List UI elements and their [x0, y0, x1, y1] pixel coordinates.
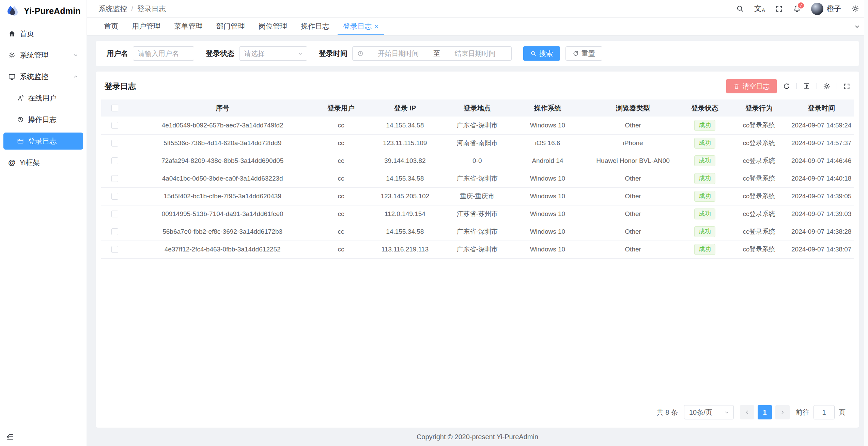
reset-button[interactable]: 重置: [565, 46, 602, 61]
page-suffix: 页: [839, 408, 846, 417]
login-log-card: 登录日志 清空日志: [96, 72, 859, 428]
collapse-sidebar-icon[interactable]: [6, 433, 14, 441]
sidebar-item-yi-framework[interactable]: @ Yi框架: [3, 154, 83, 171]
table-cell: 2024-09-07 14:59:24: [789, 117, 854, 134]
search-icon[interactable]: [736, 5, 744, 13]
scrollbar[interactable]: [864, 0, 868, 446]
column-header: 登录用户: [316, 99, 366, 117]
refresh-icon[interactable]: [783, 82, 790, 90]
row-checkbox[interactable]: [111, 175, 118, 182]
table-row: 15d5f402-bc1b-cfbe-7f95-3a14dd620439cc12…: [101, 187, 854, 205]
table-cell: Windows 10: [510, 170, 585, 187]
tab-label: 部门管理: [216, 21, 245, 31]
row-checkbox[interactable]: [111, 193, 118, 200]
search-icon: [530, 50, 537, 57]
status-badge: 成功: [694, 226, 715, 237]
page-number-button[interactable]: 1: [758, 405, 772, 419]
sidebar-item-login-log[interactable]: 登录日志: [3, 133, 83, 150]
column-header: 浏览器类型: [585, 99, 681, 117]
fullscreen-icon[interactable]: [775, 5, 783, 13]
tab-close-icon[interactable]: ×: [374, 23, 378, 30]
density-icon[interactable]: [803, 82, 810, 90]
monitor-icon: [8, 73, 16, 80]
prev-page-button[interactable]: [740, 405, 754, 419]
table-cell: Android 14: [510, 152, 585, 170]
bell-icon[interactable]: 7: [793, 5, 801, 13]
table-cell: 成功: [681, 117, 729, 134]
table-cell: Other: [585, 223, 681, 241]
translate-icon[interactable]: 文A: [754, 5, 765, 13]
topbar-actions: 文A 7 橙子: [736, 3, 859, 15]
gear-icon: [8, 51, 16, 59]
login-status-select[interactable]: 请选择: [239, 46, 307, 61]
sidebar-item-system-management[interactable]: 系统管理: [3, 47, 83, 64]
select-all-checkbox[interactable]: [111, 105, 118, 111]
history-icon: [17, 116, 24, 123]
column-header: 登录行为: [729, 99, 789, 117]
status-badge: 成功: [694, 209, 715, 219]
notification-badge: 7: [797, 2, 805, 9]
clear-log-button[interactable]: 清空日志: [726, 79, 777, 93]
content: 用户名 请输入用户名 登录状态 请选择 登录时间: [87, 35, 868, 446]
logo-row[interactable]: Yi-PureAdmin: [0, 0, 87, 22]
tab-post-management[interactable]: 岗位管理: [253, 18, 293, 35]
row-checkbox[interactable]: [111, 157, 118, 164]
settings-icon[interactable]: [851, 5, 859, 13]
table-cell: 4a04c1bc-0d50-3bde-ca0f-3a14dd63223d: [128, 170, 316, 187]
goto-page-input[interactable]: 1: [813, 405, 835, 419]
avatar: [811, 3, 823, 15]
tab-menu-management[interactable]: 菜单管理: [169, 18, 208, 35]
login-time-range-picker[interactable]: 开始日期时间 至 结束日期时间: [352, 46, 512, 61]
table-cell: 2024-09-07 14:39:05: [789, 187, 854, 205]
column-header: 操作系统: [510, 99, 585, 117]
next-page-button[interactable]: [775, 405, 790, 419]
row-checkbox[interactable]: [111, 140, 118, 147]
table-row: 5ff5536c-738b-4d14-620a-3a14dd72fdd9cc12…: [101, 134, 854, 152]
column-settings-icon[interactable]: [823, 82, 831, 90]
status-badge: 成功: [694, 120, 715, 131]
row-checkbox[interactable]: [111, 211, 118, 217]
tab-operation-log[interactable]: 操作日志: [295, 18, 335, 35]
page-size-select[interactable]: 10条/页: [684, 405, 734, 419]
login-time-label: 登录时间: [319, 49, 347, 58]
table-cell: 广东省-深圳市: [445, 241, 510, 258]
chevron-down-icon: [298, 51, 303, 56]
table-cell: 72afa294-8209-438e-8bb5-3a14dd690d05: [128, 152, 316, 170]
tab-label: 用户管理: [132, 21, 160, 31]
login-status-group: 登录状态 请选择: [206, 46, 307, 61]
username-input[interactable]: 请输入用户名: [133, 46, 194, 61]
tab-home[interactable]: 首页: [98, 18, 124, 35]
chevron-down-icon: [73, 52, 78, 58]
tab-label: 操作日志: [301, 21, 329, 31]
table-cell: 成功: [681, 223, 729, 241]
tab-dept-management[interactable]: 部门管理: [211, 18, 250, 35]
sidebar-item-online-users[interactable]: 在线用户: [3, 90, 83, 107]
table-fullscreen-icon[interactable]: [843, 83, 850, 90]
table-row: 4e1d0549-b092-657b-aec7-3a14dd749fd2cc14…: [101, 117, 854, 134]
row-checkbox[interactable]: [111, 228, 118, 235]
table-cell: 河南省-南阳市: [445, 134, 510, 152]
divider: [817, 83, 817, 89]
status-badge: 成功: [694, 155, 715, 166]
end-date-input[interactable]: 结束日期时间: [444, 49, 507, 58]
user-menu[interactable]: 橙子: [811, 3, 841, 15]
sidebar-item-system-monitor[interactable]: 系统监控: [3, 68, 83, 85]
sidebar-item-operation-log[interactable]: 操作日志: [3, 111, 83, 128]
table-cell: 广东省-深圳市: [445, 223, 510, 241]
sidebar-item-home[interactable]: 首页: [3, 25, 83, 42]
table-cell: 广东省-深圳市: [445, 170, 510, 187]
breadcrumb-parent[interactable]: 系统监控: [98, 4, 127, 14]
tab-user-management[interactable]: 用户管理: [126, 18, 166, 35]
row-checkbox[interactable]: [111, 246, 118, 253]
chevron-up-icon: [73, 74, 78, 79]
row-checkbox[interactable]: [111, 122, 118, 129]
start-date-input[interactable]: 开始日期时间: [367, 49, 430, 58]
table-cell: cc登录系统: [729, 117, 789, 134]
status-badge: 成功: [694, 244, 715, 255]
table-row: 4e37ff12-2fc4-b463-0fbb-3a14dd612252cc11…: [101, 241, 854, 258]
sidebar-item-label: 在线用户: [28, 93, 57, 103]
tab-login-log[interactable]: 登录日志×: [338, 18, 384, 35]
search-form-card: 用户名 请输入用户名 登录状态 请选择 登录时间: [96, 41, 859, 66]
column-header: 登录地点: [445, 99, 510, 117]
search-button[interactable]: 搜索: [523, 46, 560, 61]
